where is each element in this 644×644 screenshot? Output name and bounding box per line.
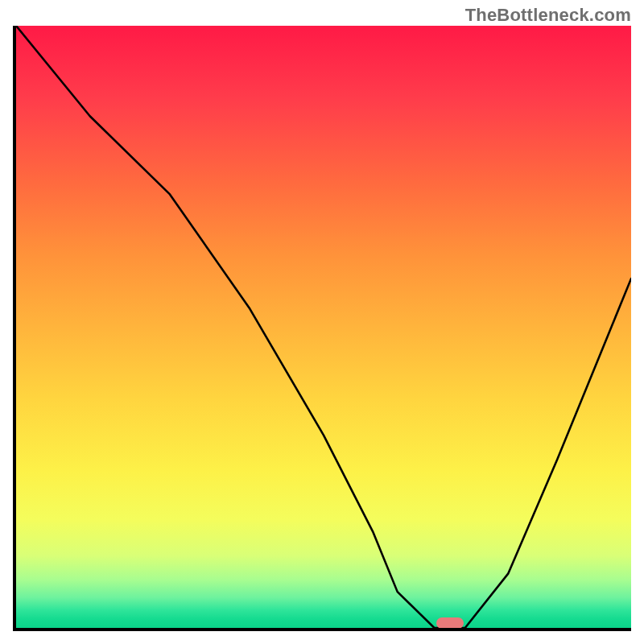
optimum-marker xyxy=(436,617,464,629)
chart-curve-svg xyxy=(16,26,631,628)
watermark-text: TheBottleneck.com xyxy=(465,5,631,26)
chart-plot-area xyxy=(13,26,631,631)
bottleneck-curve-path xyxy=(16,26,631,628)
